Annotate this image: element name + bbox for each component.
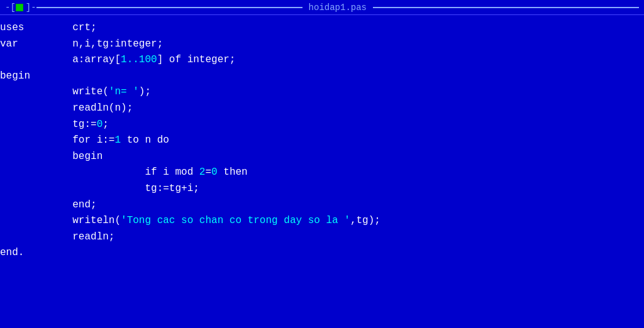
line-readln-n: readln(n); (0, 101, 644, 117)
for-keyword: for i:= (72, 133, 114, 149)
tg-calc: tg:=tg+i; (145, 181, 199, 197)
array-type: integer; (187, 52, 236, 68)
line-if: if i mod 2=0 then (0, 165, 644, 181)
end-dot: end. (0, 245, 24, 261)
line-uses: uses crt; (0, 20, 644, 36)
uses-keyword: uses (0, 20, 24, 36)
line-tg-calc: tg:=tg+i; (0, 181, 644, 197)
line-var: var n,i,tg:integer; (0, 36, 644, 53)
line-array: a:array[1..100] of integer; (0, 52, 644, 68)
window: -[ ]- hoidap1.pas uses crt; var n,i,tg:i… (0, 0, 644, 328)
line-tg-assign: tg:=0; (0, 117, 644, 133)
line-end-dot: end. (0, 245, 644, 261)
window-title: hoidap1.pas (303, 3, 373, 13)
line-readln-bare: readln; (0, 229, 644, 246)
crt-value: crt; (72, 20, 96, 36)
title-bar-line-right (373, 7, 639, 8)
bracket-right-icon: ]- (26, 3, 36, 13)
var-keyword: var (0, 36, 18, 53)
begin2-keyword: begin (72, 149, 103, 165)
array-decl-start: a:array[ (72, 52, 121, 68)
readln-n: readln(n); (72, 101, 133, 117)
readln-bare: readln; (72, 229, 114, 246)
if-zero: 0 (211, 165, 218, 181)
tg-zero: 0 (97, 117, 103, 133)
of-keyword: of (169, 52, 181, 68)
begin-keyword: begin (0, 68, 30, 85)
if-mod-val: 2 (199, 165, 206, 181)
line-end-semi: end; (0, 197, 644, 214)
code-editor: uses crt; var n,i,tg:integer; a:array[1.… (0, 15, 644, 328)
array-range: 1..100 (121, 52, 157, 68)
title-bar-line-left (36, 7, 303, 8)
minimize-box-icon[interactable] (16, 4, 23, 11)
line-writeln: writeln('Tong cac so chan co trong day s… (0, 213, 644, 229)
var-decl: n,i,tg:integer; (72, 36, 163, 53)
line-begin: begin (0, 68, 644, 85)
writeln-string: 'Tong cac so chan co trong day so la ' (121, 213, 350, 229)
bracket-left-icon: -[ (5, 3, 16, 13)
line-write: write('n= '); (0, 84, 644, 101)
write-keyword: write( (72, 84, 109, 101)
window-icon (16, 4, 23, 11)
tg-assign: tg:= (72, 117, 96, 133)
write-string: 'n= ' (109, 84, 139, 101)
writeln-keyword: writeln( (72, 213, 121, 229)
if-keyword: if i mod (145, 165, 199, 181)
line-for: for i:=1 to n do (0, 133, 644, 149)
line-begin2: begin (0, 149, 644, 165)
end-semi: end; (72, 197, 96, 214)
title-bar: -[ ]- hoidap1.pas (0, 0, 644, 15)
for-start-val: 1 (114, 133, 121, 149)
